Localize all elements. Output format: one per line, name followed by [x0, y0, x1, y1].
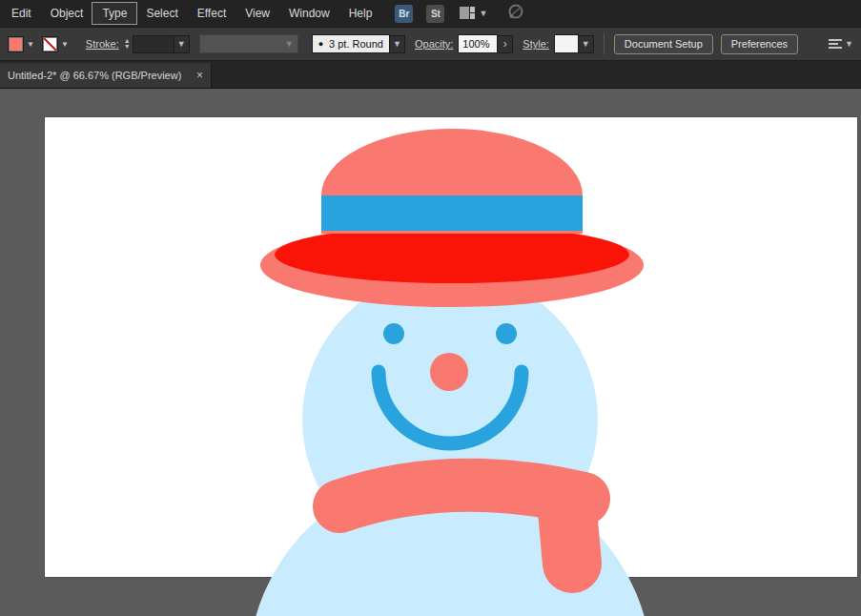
brush-dropdown[interactable]: ▼ — [390, 35, 405, 53]
brush-definition-field[interactable]: ● 3 pt. Round — [312, 34, 390, 53]
workspace-grid-icon — [460, 7, 476, 20]
canvas-pasteboard[interactable] — [0, 89, 861, 616]
hat-band[interactable] — [321, 195, 583, 231]
fill-control: ▼ — [8, 36, 34, 52]
chevron-down-icon: ▼ — [393, 40, 401, 49]
nose[interactable] — [430, 353, 468, 391]
opacity-label[interactable]: Opacity: — [415, 38, 453, 50]
hat-brim-top[interactable] — [275, 226, 629, 283]
stroke-weight-stepper[interactable]: ▲ ▼ — [124, 38, 131, 50]
fill-swatch[interactable] — [8, 36, 24, 52]
stepper-down-icon[interactable]: ▼ — [124, 44, 131, 50]
menu-item-view[interactable]: View — [236, 3, 279, 24]
style-dropdown[interactable]: ▼ — [579, 35, 594, 53]
control-bar: ▼ ▼ Stroke: ▲ ▼ ▼ ▼ ● 3 pt. Round ▼ Opac… — [0, 28, 861, 61]
document-tab-bar: Untitled-2* @ 66.67% (RGB/Preview) × — [0, 61, 861, 89]
chevron-down-icon[interactable]: ▼ — [27, 40, 34, 49]
close-tab-icon[interactable]: × — [196, 69, 203, 82]
opacity-input[interactable] — [458, 34, 498, 53]
preferences-button[interactable]: Preferences — [721, 34, 798, 54]
document-title: Untitled-2* @ 66.67% (RGB/Preview) — [8, 70, 191, 81]
chevron-down-icon: ▼ — [479, 10, 487, 18]
sync-disabled-icon[interactable] — [506, 3, 525, 24]
menu-item-window[interactable]: Window — [279, 3, 339, 24]
stock-icon[interactable]: St — [426, 5, 444, 23]
menu-item-help[interactable]: Help — [339, 3, 382, 24]
chevron-down-icon[interactable]: ▼ — [61, 40, 69, 49]
stroke-control: ▼ — [42, 36, 69, 52]
brush-preview-dot: ● — [318, 39, 323, 49]
menu-item-effect[interactable]: Effect — [188, 3, 236, 24]
style-field[interactable] — [554, 34, 579, 53]
chevron-down-icon: ▼ — [177, 40, 186, 49]
stroke-weight-field[interactable] — [133, 35, 174, 53]
document-setup-button[interactable]: Document Setup — [614, 34, 713, 54]
menu-bar: Edit Object Type Select Effect View Wind… — [0, 0, 861, 28]
divider — [604, 33, 605, 54]
style-label[interactable]: Style: — [523, 38, 549, 50]
stroke-none-swatch[interactable] — [42, 36, 58, 52]
brush-name: 3 pt. Round — [329, 38, 383, 50]
align-panel-button[interactable]: ▼ — [829, 39, 853, 49]
left-eye[interactable] — [383, 323, 404, 344]
align-lines-icon — [829, 39, 842, 49]
stroke-weight-label[interactable]: Stroke: — [86, 38, 119, 50]
bridge-icon[interactable]: Br — [395, 5, 413, 23]
chevron-right-icon: › — [503, 38, 507, 50]
chevron-down-icon: ▼ — [582, 40, 590, 49]
menu-item-edit[interactable]: Edit — [2, 3, 41, 24]
opacity-panel-button[interactable]: › — [498, 35, 513, 53]
chevron-down-icon: ▼ — [845, 40, 853, 49]
chevron-down-icon: ▼ — [285, 40, 294, 49]
snowman-artwork — [0, 89, 861, 616]
document-tab[interactable]: Untitled-2* @ 66.67% (RGB/Preview) × — [0, 63, 212, 88]
right-eye[interactable] — [496, 323, 517, 344]
menu-item-select[interactable]: Select — [136, 3, 187, 24]
variable-width-dropdown[interactable]: ▼ — [199, 34, 298, 53]
scarf-tail[interactable] — [566, 501, 572, 564]
workspace-switcher[interactable]: ▼ — [460, 7, 487, 20]
menu-item-object[interactable]: Object — [41, 3, 93, 24]
stroke-weight-dropdown[interactable]: ▼ — [174, 35, 190, 53]
menu-item-type[interactable]: Type — [92, 3, 136, 24]
